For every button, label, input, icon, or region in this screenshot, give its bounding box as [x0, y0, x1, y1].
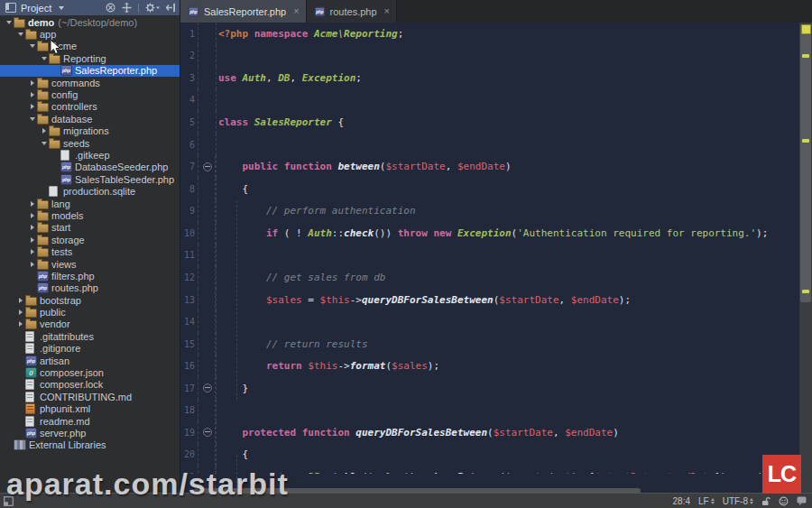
tree-item-composer-json[interactable]: composer.json: [0, 366, 180, 378]
code-line-1[interactable]: 1<?php namespace Acme\Reporting;: [180, 23, 799, 45]
tree-item-demo[interactable]: demo(~/Desktop/demo): [0, 16, 180, 28]
chevron-right-icon[interactable]: [27, 262, 37, 267]
scroll-to-source-icon[interactable]: [122, 3, 132, 13]
chevron-right-icon[interactable]: [27, 213, 37, 218]
chevron-right-icon[interactable]: [15, 298, 25, 303]
tree-item-vendor[interactable]: vendor: [0, 319, 180, 330]
tree-item-seeds[interactable]: seeds: [0, 137, 180, 149]
tree-item-migrations[interactable]: migrations: [0, 125, 180, 137]
code-line-4[interactable]: 4: [180, 89, 799, 112]
tree-item-routes-php[interactable]: routes.php: [0, 282, 180, 294]
tree-item-reporting[interactable]: Reporting: [0, 52, 180, 64]
code-line-14[interactable]: 14: [180, 310, 799, 333]
tree-item-commands[interactable]: commands: [0, 77, 180, 88]
tree-item-database[interactable]: database: [0, 113, 180, 125]
chevron-right-icon[interactable]: [27, 237, 37, 243]
chevron-down-icon[interactable]: [27, 44, 37, 48]
fold-toggle-icon[interactable]: [198, 155, 217, 178]
code-line-6[interactable]: 6: [180, 134, 799, 156]
code-line-18[interactable]: 18: [180, 400, 799, 422]
inspection-indicator[interactable]: [801, 24, 811, 34]
tree-item-gitignore[interactable]: .gitignore: [0, 343, 180, 355]
tree-item-lang[interactable]: lang: [0, 198, 180, 209]
tab-salesreporter-php[interactable]: SalesReporter.php×: [180, 0, 307, 23]
code-line-15[interactable]: 15 // return results: [180, 333, 799, 356]
tree-item-start[interactable]: start: [0, 222, 180, 234]
chevron-right-icon[interactable]: [27, 225, 37, 230]
editor-surface[interactable]: 1<?php namespace Acme\Reporting;23use Au…: [180, 23, 812, 494]
tree-item-salestableseeder-php[interactable]: SalesTableSeeder.php: [0, 173, 180, 185]
tree-item-storage[interactable]: storage: [0, 234, 180, 245]
collapse-all-icon[interactable]: [106, 3, 115, 13]
tree-item-gitattributes[interactable]: .gitattributes: [0, 330, 180, 342]
code-line-19[interactable]: 19 protected function queryDBForSalesBet…: [180, 421, 799, 444]
tree-item-production-sqlite[interactable]: production.sqlite: [0, 185, 180, 197]
tree-item-bootstrap[interactable]: bootstrap: [0, 294, 180, 306]
chevron-down-icon[interactable]: [4, 21, 14, 24]
tree-item-acme[interactable]: Acme: [0, 41, 180, 52]
chevron-right-icon[interactable]: [27, 104, 37, 109]
notification-bubble-icon[interactable]: [797, 496, 807, 505]
chevron-right-icon[interactable]: [27, 80, 37, 86]
tree-item-filters-php[interactable]: filters.php: [0, 270, 180, 282]
warning-stripe-mark[interactable]: [802, 139, 809, 143]
chevron-down-icon[interactable]: [39, 57, 49, 60]
tree-item-readme-md[interactable]: readme.md: [0, 415, 180, 427]
chevron-right-icon[interactable]: [27, 92, 37, 97]
code-line-3[interactable]: 3use Auth, DB, Exception;: [180, 67, 799, 89]
encoding-selector[interactable]: UTF-8: [723, 496, 753, 506]
close-icon[interactable]: ×: [384, 6, 390, 16]
code-line-10[interactable]: 10 if ( ! Auth::check()) throw new Excep…: [180, 222, 799, 245]
chevron-right-icon[interactable]: [15, 309, 25, 315]
caret-position[interactable]: 28:4: [673, 496, 690, 506]
code-area[interactable]: 1<?php namespace Acme\Reporting;23use Au…: [180, 23, 799, 474]
code-line-11[interactable]: 11: [180, 245, 799, 267]
warning-stripe-mark[interactable]: [802, 54, 809, 58]
tree-item-models[interactable]: models: [0, 209, 180, 221]
tree-item-databaseseeder-php[interactable]: DatabaseSeeder.php: [0, 162, 180, 173]
project-view-dropdown[interactable]: [59, 6, 64, 10]
tree-item-views[interactable]: views: [0, 258, 180, 270]
code-line-12[interactable]: 12 // get sales from db: [180, 266, 799, 289]
code-line-13[interactable]: 13 $sales = $this->queryDBForSalesBetwee…: [180, 289, 799, 311]
tab-routes-php[interactable]: routes.php×: [307, 0, 397, 23]
tree-item-composer-lock[interactable]: composer.lock: [0, 379, 180, 391]
chevron-right-icon[interactable]: [27, 201, 37, 207]
close-icon[interactable]: ×: [293, 6, 299, 16]
line-separator-selector[interactable]: LF: [698, 496, 715, 506]
tree-item-app[interactable]: app: [0, 28, 180, 40]
code-line-7[interactable]: 7 public function between($startDate, $e…: [180, 155, 799, 178]
chevron-right-icon[interactable]: [39, 128, 49, 134]
code-line-16[interactable]: 16 return $this->format($sales);: [180, 355, 799, 377]
code-line-5[interactable]: 5class SalesReporter {: [180, 111, 799, 134]
chevron-right-icon[interactable]: [27, 249, 37, 254]
chevron-right-icon[interactable]: [15, 321, 25, 327]
unlock-icon[interactable]: [761, 496, 770, 506]
tree-item-controllers[interactable]: controllers: [0, 101, 180, 113]
settings-gear-icon[interactable]: [145, 3, 160, 13]
tree-item-gitkeep[interactable]: .gitkeep: [0, 149, 180, 161]
fold-toggle-icon[interactable]: [198, 421, 217, 444]
code-line-9[interactable]: 9 // perform authentication: [180, 200, 799, 223]
tree-item-contributing-md[interactable]: CONTRIBUTING.md: [0, 391, 180, 402]
fold-toggle-icon[interactable]: [198, 377, 217, 400]
tree-item-server-php[interactable]: server.php: [0, 427, 180, 439]
tree-item-phpunit-xml[interactable]: phpunit.xml: [0, 403, 180, 415]
tree-item-config[interactable]: config: [0, 88, 180, 100]
vertical-scrollbar[interactable]: [799, 23, 812, 494]
chevron-down-icon[interactable]: [39, 142, 49, 145]
tree-item-tests[interactable]: tests: [0, 245, 180, 257]
code-line-17[interactable]: 17 }: [180, 377, 799, 400]
code-line-2[interactable]: 2: [180, 45, 799, 68]
tree-item-salesreporter-php[interactable]: SalesReporter.php: [0, 65, 180, 77]
highlight-level-icon[interactable]: [779, 496, 789, 506]
chevron-down-icon[interactable]: [15, 32, 25, 36]
tree-item-artisan[interactable]: artisan: [0, 355, 180, 366]
hide-panel-icon[interactable]: [166, 3, 176, 13]
tree-item-external-libraries[interactable]: External Libraries: [0, 439, 180, 451]
warning-stripe-mark[interactable]: [802, 290, 809, 293]
tree-item-public[interactable]: public: [0, 306, 180, 318]
chevron-down-icon[interactable]: [27, 117, 37, 121]
vertical-scrollbar-thumb[interactable]: [800, 24, 811, 302]
code-line-20[interactable]: 20 {: [180, 444, 799, 466]
